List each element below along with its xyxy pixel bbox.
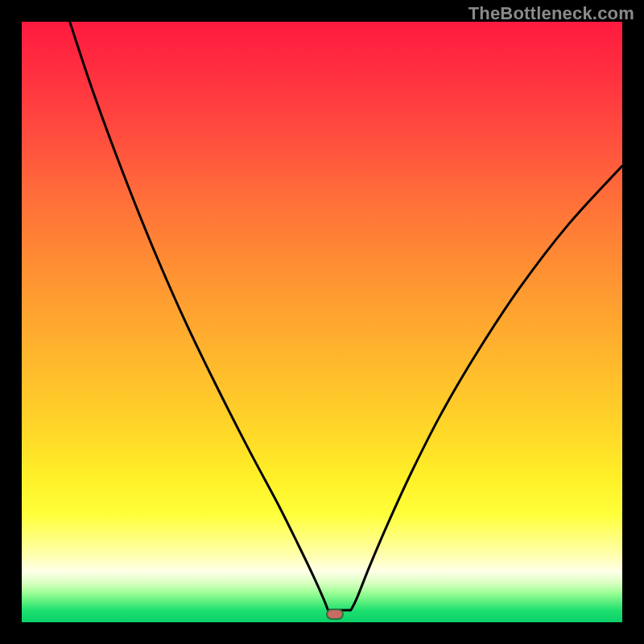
chart-plot-area	[22, 22, 622, 622]
optimal-marker	[326, 609, 344, 620]
bottleneck-curve	[22, 22, 622, 622]
watermark-text: TheBottleneck.com	[469, 3, 634, 24]
